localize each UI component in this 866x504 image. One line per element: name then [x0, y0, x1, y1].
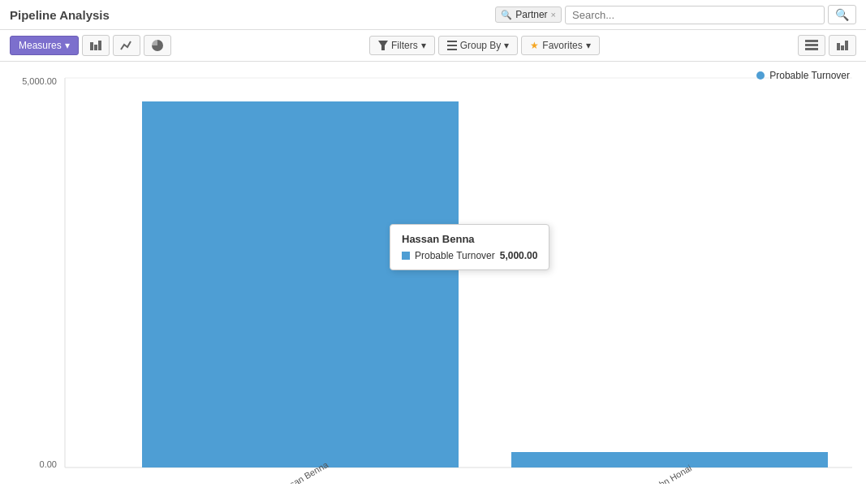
bar-john[interactable]	[511, 452, 828, 467]
list-view-button[interactable]	[798, 35, 825, 56]
svg-rect-1	[94, 45, 97, 50]
chart-view-button[interactable]	[829, 35, 856, 56]
svg-rect-12	[845, 41, 848, 50]
svg-rect-7	[805, 40, 818, 42]
top-bar: Pipeline Analysis 🔍 Partner × 🔍	[0, 0, 866, 30]
svg-rect-6	[447, 49, 457, 50]
chart-wrapper: Probable Turnover 5,000.00 0.00 Hassan B…	[0, 62, 866, 492]
legend-label: Probable Turnover	[769, 70, 850, 81]
search-tag-label: Partner	[515, 9, 547, 20]
group-by-button[interactable]: Group By ▾	[438, 36, 519, 55]
pie-chart-button[interactable]	[144, 35, 171, 56]
bar-hassan[interactable]	[142, 101, 459, 467]
search-tag-icon: 🔍	[501, 10, 512, 20]
chart-svg: 5,000.00 0.00 Hassan Benna John Honai	[8, 70, 858, 484]
filter-icon	[378, 41, 388, 50]
search-tag-close[interactable]: ×	[551, 10, 556, 19]
svg-rect-4	[447, 41, 457, 42]
svg-rect-11	[841, 45, 844, 50]
list-view-icon	[805, 39, 818, 52]
search-area: 🔍 Partner × 🔍	[495, 5, 856, 24]
group-by-label: Group By	[460, 40, 502, 51]
bar-chart-icon	[89, 39, 102, 52]
search-button[interactable]: 🔍	[828, 5, 856, 24]
favorites-button[interactable]: ★ Favorites ▾	[521, 36, 599, 55]
svg-rect-2	[98, 41, 101, 50]
favorites-label: Favorites	[542, 40, 582, 51]
pie-chart-icon	[151, 39, 164, 52]
svg-rect-5	[447, 45, 457, 46]
svg-marker-3	[378, 41, 388, 50]
filters-arrow: ▾	[421, 40, 426, 51]
chart-view-icon	[836, 39, 849, 52]
favorites-arrow: ▾	[586, 40, 591, 51]
svg-rect-9	[805, 48, 818, 50]
measures-arrow: ▾	[65, 40, 70, 51]
filters-label: Filters	[391, 40, 418, 51]
toolbar-center: Filters ▾ Group By ▾ ★ Favorites ▾	[174, 36, 795, 55]
y-axis-max: 5,000.00	[22, 76, 57, 86]
svg-rect-8	[805, 44, 818, 46]
svg-rect-0	[90, 42, 93, 50]
bar-chart-button[interactable]	[82, 35, 110, 56]
toolbar: Measures ▾ Filters ▾ Group By ▾ ★ Favori…	[0, 30, 866, 62]
toolbar-right	[798, 35, 856, 56]
chart-legend: Probable Turnover	[756, 70, 850, 81]
y-axis-min: 0.00	[40, 459, 57, 469]
filters-button[interactable]: Filters ▾	[369, 36, 435, 55]
star-icon: ★	[530, 40, 539, 51]
search-input[interactable]	[565, 6, 825, 24]
group-by-icon	[447, 41, 457, 50]
legend-dot	[756, 71, 765, 80]
measures-label: Measures	[19, 40, 62, 51]
search-tag[interactable]: 🔍 Partner ×	[495, 6, 562, 23]
svg-rect-10	[837, 43, 840, 50]
line-chart-icon	[120, 39, 133, 52]
toolbar-left: Measures ▾	[10, 35, 171, 56]
page-title: Pipeline Analysis	[10, 8, 110, 22]
measures-button[interactable]: Measures ▾	[10, 36, 79, 55]
group-by-arrow: ▾	[504, 40, 509, 51]
line-chart-button[interactable]	[113, 35, 140, 56]
